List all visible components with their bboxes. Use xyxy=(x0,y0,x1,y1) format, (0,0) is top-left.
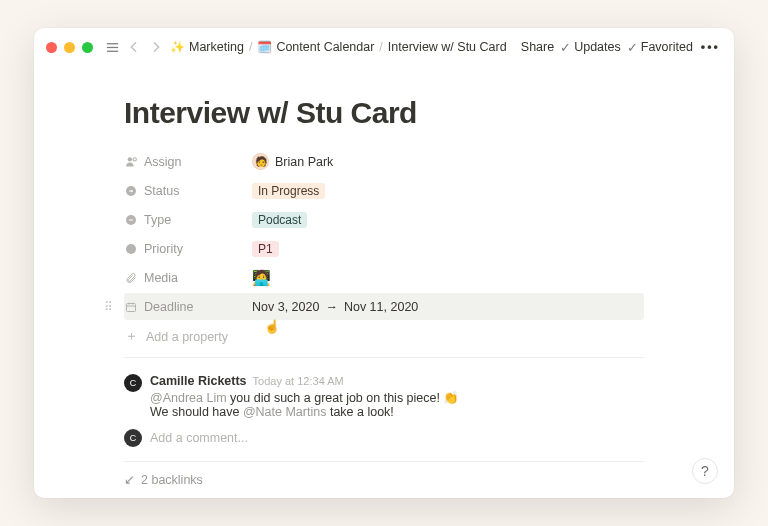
calendar-icon: 🗓️ xyxy=(257,40,272,54)
share-button[interactable]: Share xyxy=(521,40,554,54)
top-bar: ✨ Marketing / 🗓️ Content Calendar / Inte… xyxy=(34,28,734,66)
svg-rect-8 xyxy=(127,303,136,311)
label-text: Deadline xyxy=(144,300,193,314)
svg-point-3 xyxy=(127,157,131,161)
breadcrumb-marketing[interactable]: ✨ Marketing xyxy=(170,40,244,54)
property-label[interactable]: Status xyxy=(124,184,246,198)
property-label[interactable]: Type xyxy=(124,213,246,227)
property-value-type[interactable]: Podcast xyxy=(246,210,644,230)
comment: C Camille Ricketts Today at 12:34 AM @An… xyxy=(124,374,644,419)
add-comment-input[interactable]: C Add a comment... xyxy=(124,429,644,447)
status-badge: In Progress xyxy=(252,183,325,199)
property-status: Status In Progress xyxy=(124,177,644,204)
maximize-window-icon[interactable] xyxy=(82,42,93,53)
clap-icon: 👏 xyxy=(443,391,459,405)
help-button[interactable]: ? xyxy=(692,458,718,484)
mention[interactable]: @Nate Martins xyxy=(243,405,327,419)
minimize-window-icon[interactable] xyxy=(64,42,75,53)
plus-icon: ＋ xyxy=(124,328,138,345)
property-assign: Assign 🧑 Brian Park xyxy=(124,148,644,175)
property-type: Type Podcast xyxy=(124,206,644,233)
favorited-label: Favorited xyxy=(641,40,693,54)
priority-badge: P1 xyxy=(252,241,279,257)
property-value-assign[interactable]: 🧑 Brian Park xyxy=(246,151,644,172)
property-label[interactable]: Assign xyxy=(124,155,246,169)
sparkles-icon: ✨ xyxy=(170,40,185,54)
breadcrumb-content-calendar[interactable]: 🗓️ Content Calendar xyxy=(257,40,374,54)
comment-author: Camille Ricketts xyxy=(150,374,247,388)
window-controls xyxy=(46,42,93,53)
favorited-button[interactable]: ✓ Favorited xyxy=(627,40,693,55)
type-badge: Podcast xyxy=(252,212,307,228)
close-window-icon[interactable] xyxy=(46,42,57,53)
label-text: Assign xyxy=(144,155,182,169)
nav-forward-icon[interactable] xyxy=(148,39,164,55)
deadline-start: Nov 3, 2020 xyxy=(252,300,319,314)
media-thumbnail: 🧑‍💻 xyxy=(252,269,270,287)
breadcrumb-label: Content Calendar xyxy=(276,40,374,54)
property-label[interactable]: Media xyxy=(124,271,246,285)
breadcrumb-separator: / xyxy=(379,40,382,54)
label-text: Type xyxy=(144,213,171,227)
avatar: C xyxy=(124,429,142,447)
breadcrumb-separator: / xyxy=(249,40,252,54)
property-list: Assign 🧑 Brian Park Status In Progress xyxy=(124,148,644,351)
property-value-media[interactable]: 🧑‍💻 xyxy=(246,267,644,289)
comment-time: Today at 12:34 AM xyxy=(253,375,344,387)
breadcrumb: ✨ Marketing / 🗓️ Content Calendar / Inte… xyxy=(170,40,507,54)
property-value-deadline[interactable]: Nov 3, 2020 → Nov 11, 2020 xyxy=(246,298,644,316)
label-text: Media xyxy=(144,271,178,285)
avatar: 🧑 xyxy=(252,153,269,170)
property-media: Media 🧑‍💻 xyxy=(124,264,644,291)
avatar: C xyxy=(124,374,142,392)
more-menu-icon[interactable]: ••• xyxy=(699,40,722,54)
updates-label: Updates xyxy=(574,40,621,54)
divider xyxy=(124,357,644,358)
label-text: Priority xyxy=(144,242,183,256)
page-title[interactable]: Interview w/ Stu Card xyxy=(124,96,644,130)
property-priority: Priority P1 xyxy=(124,235,644,262)
comment-line: We should have @Nate Martins take a look… xyxy=(150,405,459,419)
add-comment-placeholder: Add a comment... xyxy=(150,431,248,445)
arrow-right-icon: → xyxy=(325,300,338,314)
property-value-status[interactable]: In Progress xyxy=(246,181,644,201)
svg-point-4 xyxy=(133,158,136,161)
nav-back-icon[interactable] xyxy=(126,39,142,55)
divider xyxy=(124,461,644,462)
comment-text: take a look! xyxy=(326,405,393,419)
drag-handle-icon[interactable]: ⠿ xyxy=(104,300,113,314)
breadcrumb-label: Interview w/ Stu Card xyxy=(388,40,507,54)
select-icon xyxy=(124,185,138,197)
breadcrumb-current[interactable]: Interview w/ Stu Card xyxy=(388,40,507,54)
person-icon xyxy=(124,155,138,168)
page-content: Interview w/ Stu Card Assign 🧑 Brian Par… xyxy=(34,66,734,498)
cursor-pointer-icon: ☝️ xyxy=(264,319,280,334)
add-property-label: Add a property xyxy=(146,330,228,344)
comment-line: @Andrea Lim you did such a great job on … xyxy=(150,390,459,405)
select-icon xyxy=(124,243,138,255)
comment-body: Camille Ricketts Today at 12:34 AM @Andr… xyxy=(150,374,459,419)
check-icon: ✓ xyxy=(560,40,571,55)
deadline-end: Nov 11, 2020 xyxy=(344,300,418,314)
check-icon: ✓ xyxy=(627,40,638,55)
select-icon xyxy=(124,214,138,226)
breadcrumb-label: Marketing xyxy=(189,40,244,54)
property-label[interactable]: Priority xyxy=(124,242,246,256)
property-label[interactable]: Deadline xyxy=(124,300,246,314)
add-property-button[interactable]: ＋ Add a property xyxy=(124,322,644,351)
property-deadline: ⠿ Deadline Nov 3, 2020 → Nov 11, 2020 ☝️ xyxy=(124,293,644,320)
calendar-icon xyxy=(124,301,138,313)
updates-button[interactable]: ✓ Updates xyxy=(560,40,621,55)
attachment-icon xyxy=(124,272,138,284)
backlink-arrow-icon: ↙ xyxy=(124,472,135,487)
sidebar-menu-icon[interactable] xyxy=(105,40,120,55)
comments-section: C Camille Ricketts Today at 12:34 AM @An… xyxy=(124,374,644,447)
backlinks-button[interactable]: ↙ 2 backlinks xyxy=(124,472,644,498)
mention[interactable]: @Andrea Lim xyxy=(150,391,227,405)
assignee-name: Brian Park xyxy=(275,155,333,169)
property-value-priority[interactable]: P1 xyxy=(246,239,644,259)
svg-point-7 xyxy=(126,244,136,254)
comment-text: you did such a great job on this piece! xyxy=(227,391,444,405)
app-window: ✨ Marketing / 🗓️ Content Calendar / Inte… xyxy=(34,28,734,498)
label-text: Status xyxy=(144,184,179,198)
